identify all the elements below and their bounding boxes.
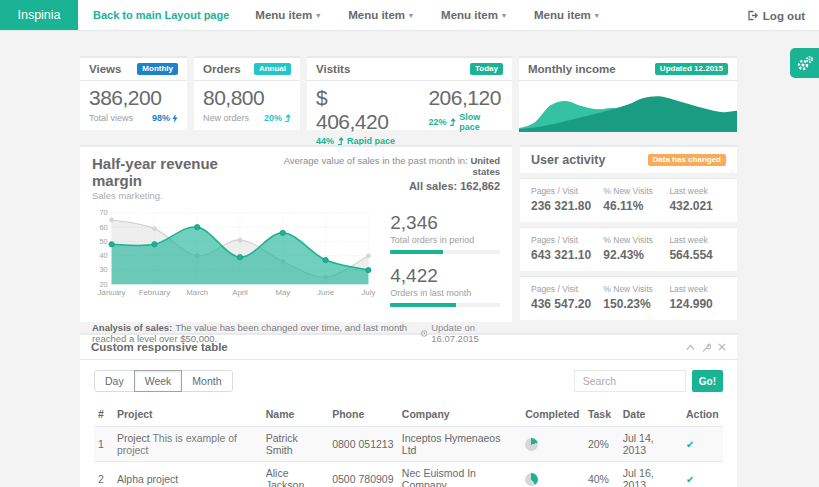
cell-action: ✔ (682, 462, 723, 487)
visits-change-2-value: 22% (428, 117, 446, 127)
orders-card: Orders Annual 80,800 New orders 20% (194, 56, 300, 130)
views-label: Total views (89, 113, 133, 123)
monthly-badge: Monthly (137, 63, 178, 75)
data-point (280, 230, 285, 235)
data-changed-badge: Data has changed (648, 154, 726, 166)
col-task: Task (584, 402, 619, 427)
avg-label: Average value of sales in the past month… (284, 155, 468, 166)
orders-month-progress (390, 303, 500, 307)
search-input[interactable] (574, 370, 686, 392)
menu-item-1[interactable]: Menu item▾ (241, 0, 334, 30)
table-row: 1 Project This is example of project Pat… (94, 427, 723, 462)
new-visits-value: 150.23% (603, 297, 669, 311)
last-week-value: 564.554 (669, 248, 726, 262)
data-point (152, 242, 157, 247)
data-point (366, 254, 370, 258)
x-axis-label: May (275, 288, 290, 297)
visits-change-2: 22% Slow pace (428, 112, 503, 132)
y-tick-label: 60 (100, 223, 108, 232)
last-week-label: Last week (669, 235, 726, 245)
table-header-row: # Project Name Phone Company Completed T… (94, 402, 723, 427)
completion-pie-icon (525, 473, 538, 486)
col-phone: Phone (328, 402, 398, 427)
cell-num: 2 (94, 462, 113, 487)
col-name: Name (262, 402, 328, 427)
data-point (110, 218, 114, 222)
cell-project: Alpha project (113, 462, 262, 487)
go-button[interactable]: Go! (692, 370, 723, 392)
data-point (195, 224, 200, 229)
collapse-icon[interactable] (686, 344, 695, 351)
wrench-icon[interactable] (702, 343, 711, 352)
project-name: Alpha project (117, 473, 178, 485)
check-icon[interactable]: ✔ (686, 474, 694, 485)
close-icon[interactable] (718, 343, 726, 351)
visits-value-2: 206,120 (428, 86, 503, 110)
cell-name: Patrick Smith (262, 427, 328, 462)
cell-date: Jul 14, 2013 (619, 427, 682, 462)
chevron-down-icon: ▾ (409, 11, 413, 20)
visits-change-2-label: Slow pace (459, 112, 503, 132)
new-visits-label: % New Visits (603, 235, 669, 245)
views-card: Views Monthly 386,200 Total views 98% (80, 56, 187, 130)
menu-item-4[interactable]: Menu item▾ (520, 0, 613, 30)
level-up-icon (284, 114, 291, 122)
y-tick-label: 40 (100, 251, 108, 260)
last-week-value: 432.021 (669, 199, 726, 213)
sign-out-icon (747, 10, 758, 21)
check-icon[interactable]: ✔ (686, 439, 694, 450)
menu-item-3[interactable]: Menu item▾ (427, 0, 520, 30)
cell-name: Alice Jackson (262, 462, 328, 487)
data-point (238, 238, 242, 242)
orders-month-label: Orders in last month (390, 288, 500, 298)
monthly-income-card: Monthly income Updated 12.2015 (519, 56, 737, 130)
orders-label: New orders (203, 113, 249, 123)
last-week-label: Last week (669, 186, 726, 196)
brand-logo[interactable]: Inspinia (0, 0, 78, 30)
col-completed: Completed (521, 402, 584, 427)
month-button[interactable]: Month (181, 370, 232, 392)
annual-badge: Annual (254, 63, 291, 75)
theme-settings-button[interactable] (790, 48, 819, 78)
new-visits-label: % New Visits (603, 186, 669, 196)
orders-card-title: Orders (203, 63, 241, 75)
week-button[interactable]: Week (134, 370, 183, 392)
menu-item-label: Menu item (348, 9, 405, 21)
pages-visit-label: Pages / Visit (531, 186, 603, 196)
cell-phone: 0500 780909 (328, 462, 398, 487)
back-to-layout-link[interactable]: Back to main Layout page (93, 0, 229, 30)
col-num: # (94, 402, 113, 427)
day-button[interactable]: Day (94, 370, 135, 392)
user-activity-title: User activity (531, 153, 605, 167)
menu-item-label: Menu item (534, 9, 591, 21)
level-up-icon (337, 137, 344, 145)
menu-item-label: Menu item (255, 9, 312, 21)
gears-icon (795, 53, 815, 73)
pages-visit-value: 236 321.80 (531, 199, 603, 213)
project-name: Project (117, 432, 150, 444)
menu-item-2[interactable]: Menu item▾ (334, 0, 427, 30)
pages-visit-label: Pages / Visit (531, 235, 603, 245)
revenue-margin-card: Half-year revenue margin Sales marketing… (80, 145, 512, 322)
y-tick-label: 70 (100, 208, 108, 217)
views-change-value: 98% (152, 113, 170, 123)
pages-visit-label: Pages / Visit (531, 284, 603, 294)
period-button-group: Day Week Month (94, 370, 233, 392)
orders-change-value: 20% (264, 113, 282, 123)
avg-value: United states (470, 155, 500, 177)
x-axis-label: July (361, 288, 375, 297)
main-menu: Menu item▾ Menu item▾ Menu item▾ Menu it… (241, 0, 613, 30)
col-date: Date (619, 402, 682, 427)
views-card-title: Views (89, 63, 121, 75)
new-visits-label: % New Visits (603, 284, 669, 294)
x-axis-label: June (317, 288, 334, 297)
logout-button[interactable]: Log out (747, 0, 805, 31)
user-activity-card: User activity Data has changed Pages / V… (520, 145, 737, 322)
activity-row: Pages / Visit436 547.20 % New Visits150.… (520, 276, 737, 320)
table-row: 2 Alpha project Alice Jackson 0500 78090… (94, 462, 723, 487)
updated-badge: Updated 12.2015 (655, 63, 728, 75)
orders-value: 80,800 (203, 86, 291, 110)
responsive-table-card: Custom responsive table Day Week Month (80, 333, 737, 487)
data-point (237, 255, 242, 260)
logout-label: Log out (763, 10, 805, 22)
